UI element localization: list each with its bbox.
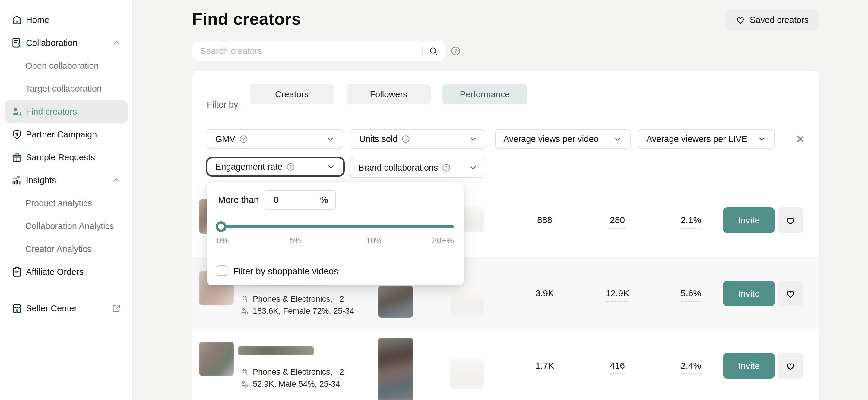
partner-campaign-icon — [11, 128, 23, 140]
units-sold-value: 416 — [610, 361, 625, 374]
video-thumbnail — [450, 287, 484, 315]
saved-creators-button[interactable]: Saved creators — [726, 10, 818, 30]
search-box — [192, 41, 445, 61]
sidebar-item-open-collaboration[interactable]: Open collaboration — [5, 54, 128, 77]
question-circle-icon: ? — [401, 134, 410, 144]
filter-dropdown-average-views-per-video[interactable]: Average views per video — [495, 129, 631, 149]
home-icon — [11, 14, 23, 26]
chevron-down-icon — [326, 134, 335, 143]
filter-dropdown-brand-collaborations[interactable]: Brand collaborations ? — [350, 158, 486, 177]
storefront-icon — [11, 302, 23, 314]
sidebar-item-target-collaboration[interactable]: Target collaboration — [5, 77, 128, 100]
chevron-down-icon — [469, 134, 478, 143]
filter-label: Brand collaborations — [358, 163, 438, 173]
invite-button[interactable]: Invite — [723, 207, 775, 233]
engagement-rate-value: 2.1% — [681, 215, 701, 229]
shopping-bag-icon — [240, 295, 249, 304]
svg-text:?: ? — [445, 165, 447, 170]
saved-creators-label: Saved creators — [750, 15, 809, 25]
engagement-slider-handle[interactable] — [216, 221, 226, 232]
sidebar-item-insights[interactable]: Insights — [5, 169, 128, 192]
svg-text:?: ? — [454, 48, 457, 54]
shoppable-videos-checkbox[interactable] — [217, 265, 227, 276]
creator-demographics: 52.9K, Male 54%, 25-34 — [240, 379, 340, 389]
creator-row: Phones & Electronics, +2 52.9K, Male 54%… — [192, 330, 819, 400]
chevron-up-icon[interactable] — [111, 38, 122, 48]
categories-text: Phones & Electronics, +2 — [253, 367, 344, 377]
filter-tab-creators[interactable]: Creators — [250, 85, 334, 104]
slider-tick-label: 10% — [366, 236, 383, 245]
sidebar-item-affiliate-orders[interactable]: Affiliate Orders — [5, 260, 128, 284]
demographics-text: 183.6K, Female 72%, 25-34 — [253, 306, 354, 316]
shoppable-videos-label: Filter by shoppable videos — [233, 266, 338, 276]
sidebar-item-label: Seller Center — [26, 304, 77, 313]
sidebar-item-label: Affiliate Orders — [26, 267, 84, 277]
invite-button[interactable]: Invite — [723, 280, 775, 306]
search-icon[interactable] — [428, 46, 438, 56]
audience-person-icon — [240, 379, 249, 389]
sidebar-item-find-creators[interactable]: Find creators — [5, 100, 128, 123]
filter-dropdown-units-sold[interactable]: Units sold ? — [351, 129, 486, 149]
filter-dropdown-engagement-rate[interactable]: Engagement rate ? — [206, 157, 345, 177]
engagement-slider-track[interactable] — [217, 226, 454, 228]
save-creator-button[interactable] — [777, 353, 803, 378]
sidebar-item-label: Home — [26, 15, 49, 25]
sidebar-item-home[interactable]: Home — [5, 8, 128, 31]
sidebar-item-collaboration-analytics[interactable]: Collaboration Analytics — [5, 214, 128, 237]
more-than-label: More than — [218, 195, 259, 205]
filter-label: Units sold — [359, 134, 398, 144]
close-filters-icon[interactable] — [795, 132, 808, 145]
sidebar-item-seller-center[interactable]: Seller Center — [5, 297, 128, 320]
heart-icon — [785, 288, 796, 299]
engagement-value-input[interactable] — [274, 195, 310, 205]
filter-tab-followers[interactable]: Followers — [346, 85, 431, 104]
creator-name-redacted — [235, 342, 335, 360]
help-circle-icon[interactable]: ? — [450, 45, 461, 56]
sidebar-item-label: Collaboration — [26, 38, 78, 48]
invite-button[interactable]: Invite — [723, 353, 775, 378]
popover-divider — [217, 255, 454, 255]
save-creator-button[interactable] — [777, 207, 803, 233]
sidebar-item-label: Open collaboration — [25, 61, 99, 71]
chevron-down-icon — [757, 134, 766, 143]
chevron-down-icon — [613, 134, 622, 143]
chevron-up-icon[interactable] — [111, 175, 122, 186]
video-thumbnail — [378, 286, 413, 318]
svg-text:?: ? — [289, 164, 292, 169]
slider-tick-label: 20+% — [432, 236, 454, 245]
external-link-icon — [111, 303, 122, 313]
search-input[interactable] — [200, 46, 422, 56]
sidebar-item-label: Sample Requests — [26, 153, 95, 163]
find-creators-icon — [11, 105, 23, 118]
creator-avatar — [199, 341, 234, 376]
gift-icon — [11, 151, 23, 163]
save-creator-button[interactable] — [777, 280, 803, 306]
filter-by-label: Filter by — [207, 100, 238, 110]
sidebar-item-creator-analytics[interactable]: Creator Analytics — [5, 237, 128, 260]
sidebar: Home Collaboration Open collaboration Ta… — [0, 0, 133, 400]
sidebar-item-partner-campaign[interactable]: Partner Campaign — [5, 123, 128, 146]
sidebar-item-sample-requests[interactable]: Sample Requests — [5, 146, 128, 169]
filter-label: GMV — [215, 134, 235, 144]
sidebar-item-label: Creator Analytics — [25, 244, 91, 254]
sidebar-item-label: Target collaboration — [25, 84, 102, 94]
search-divider — [422, 47, 423, 55]
avg-views-value: 1.7K — [535, 361, 554, 371]
question-circle-icon: ? — [286, 162, 295, 171]
engagement-rate-value: 2.4% — [681, 361, 701, 374]
question-circle-icon: ? — [441, 163, 451, 172]
page: Home Collaboration Open collaboration Ta… — [0, 0, 868, 400]
chevron-down-icon — [469, 163, 478, 172]
collaboration-icon — [11, 37, 23, 49]
audience-person-icon — [240, 306, 249, 316]
sidebar-divider — [5, 290, 128, 290]
sidebar-item-product-analytics[interactable]: Product analytics — [5, 192, 128, 214]
sidebar-item-label: Find creators — [26, 107, 77, 116]
sidebar-item-collaboration[interactable]: Collaboration — [5, 31, 128, 54]
insights-icon — [11, 174, 23, 186]
filter-dropdown-gmv[interactable]: GMV ? — [207, 129, 343, 149]
filter-dropdown-average-viewers-per-live[interactable]: Average viewers per LIVE — [638, 129, 775, 149]
sidebar-item-label: Partner Campaign — [26, 130, 97, 140]
filter-tab-performance[interactable]: Performance — [442, 85, 527, 104]
chevron-down-icon — [326, 162, 335, 171]
